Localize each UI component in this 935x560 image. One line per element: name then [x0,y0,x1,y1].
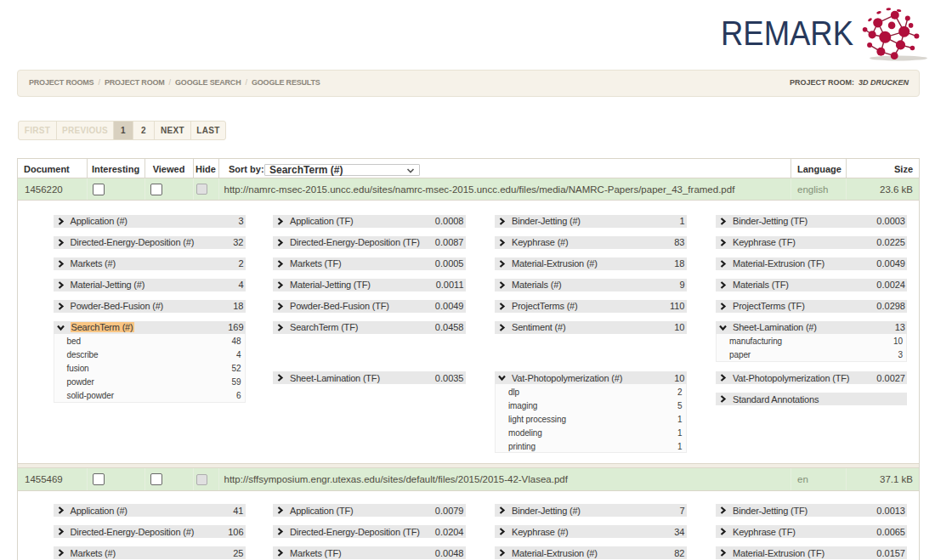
svg-text:REMARK: REMARK [721,13,853,51]
